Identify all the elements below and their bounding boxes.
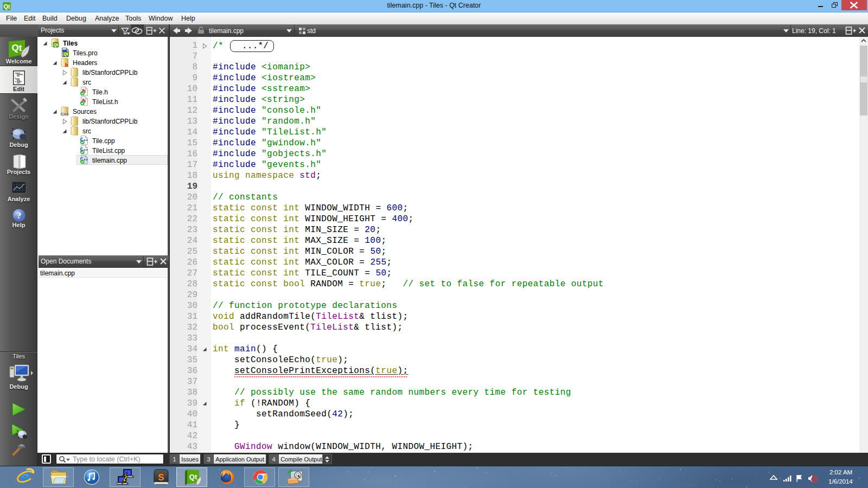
svg-text:Qt: Qt [3, 3, 10, 10]
svg-text:h: h [65, 62, 68, 67]
svg-text:Qt: Qt [54, 42, 59, 47]
svg-text:std: std [307, 27, 316, 35]
svg-text:C++: C++ [60, 112, 68, 117]
svg-text:S: S [158, 472, 164, 483]
svg-text:Line: 19, Col: 1: Line: 19, Col: 1 [792, 27, 836, 35]
svg-text:?: ? [17, 210, 22, 221]
svg-text:Qt: Qt [63, 52, 68, 56]
svg-text:Qt: Qt [189, 473, 197, 481]
svg-text:tilemain.cpp: tilemain.cpp [209, 27, 244, 35]
svg-text:Qt: Qt [12, 43, 22, 53]
